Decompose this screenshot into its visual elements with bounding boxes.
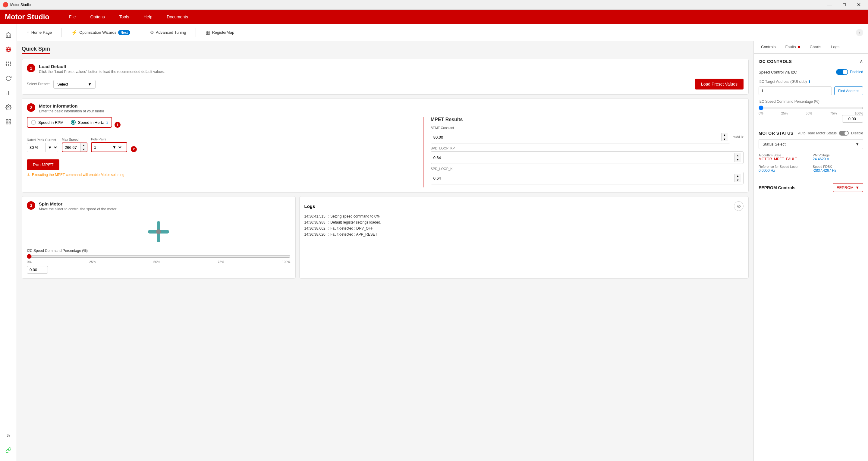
sidebar-item-home[interactable] (2, 29, 14, 41)
sidebar-item-expand[interactable] (2, 430, 14, 442)
menu-help[interactable]: Help (141, 13, 155, 21)
max-speed-up-button[interactable]: ▲ (81, 143, 87, 147)
i2c-percentage-slider[interactable] (758, 105, 863, 110)
motor-info-info: Motor Information Enter the basic inform… (39, 103, 104, 113)
pole-pairs-label: Pole Pairs (91, 137, 127, 141)
rated-peak-current-select[interactable]: ▼ (45, 143, 58, 152)
spd-kp-down-btn[interactable]: ▼ (735, 158, 741, 162)
bemf-constant-value: 80.00 (433, 135, 443, 140)
left-sidebar (0, 24, 17, 461)
tab-bar: ⌂ Home Page ⚡ Optimization Wizards Next … (17, 24, 868, 41)
tab-register-map[interactable]: ▦ RegisterMap (201, 27, 239, 38)
spd-ki-up-btn[interactable]: ▲ (735, 174, 741, 178)
status-grid: Algorithm State MOTOR_MPET_FAULT VM Volt… (758, 153, 863, 173)
spd-ki-down-btn[interactable]: ▼ (735, 178, 741, 182)
motor-info-subtitle: Enter the basic information of your moto… (39, 109, 104, 113)
speed-control-label: Speed Control via I2C (758, 70, 797, 74)
tab-home-page[interactable]: ⌂ Home Page (22, 27, 57, 38)
close-button[interactable]: ✕ (852, 0, 866, 10)
sidebar-item-refresh[interactable] (2, 72, 14, 84)
tab-optimization-wizards[interactable]: ⚡ Optimization Wizards Next (67, 27, 135, 38)
max-speed-down-button[interactable]: ▼ (81, 147, 87, 152)
log-entry-0: 14:36:41.515 | : Setting speed command t… (304, 213, 744, 219)
svg-rect-16 (9, 120, 10, 121)
logs-clear-button[interactable]: ⊘ (734, 201, 744, 211)
mpet-results-panel: MPET Results BEMF Constant 80.00 ▲ ▼ (424, 117, 744, 187)
tab-home-label: Home Page (31, 30, 52, 35)
speed-command-slider[interactable] (27, 254, 290, 259)
spin-motor-header: 3 Spin Motor Move the slider to control … (27, 201, 290, 211)
i2c-address-input[interactable] (758, 87, 832, 95)
max-speed-spinbox[interactable]: ▲ ▼ (81, 143, 87, 152)
right-tab-charts[interactable]: Charts (805, 41, 826, 53)
menu-options[interactable]: Options (88, 13, 107, 21)
run-mpet-button[interactable]: Run MPET (27, 159, 59, 170)
menu-file[interactable]: File (67, 13, 79, 21)
log-entry-3: 14:36:38.620 | : Fault detected : APP_RE… (304, 232, 744, 238)
spd-ki-spinbox[interactable]: ▲ ▼ (735, 174, 741, 182)
radio-speed-rpm[interactable]: Speed in RPM (31, 120, 64, 125)
rated-peak-current-label: Rated Peak Current (27, 138, 58, 142)
pole-pairs-select[interactable]: ▼ (110, 143, 122, 152)
slider-value-row (27, 266, 290, 274)
bemf-constant-input[interactable]: 80.00 ▲ ▼ (431, 131, 730, 144)
preset-select[interactable]: Select ▼ (53, 80, 96, 89)
radio-hertz-circle (71, 120, 76, 125)
find-address-button[interactable]: Find Address (834, 87, 863, 95)
app-title: Motor Studio (5, 13, 57, 21)
radio-rpm-circle (31, 120, 36, 125)
motor-status-section-header: MOTOR STATUS Auto Read Motor Status Disa… (758, 131, 863, 135)
spd-kp-input[interactable]: 0.64 ▲ ▼ (431, 151, 744, 164)
i2c-controls-title: I2C CONTROLS (758, 59, 792, 64)
spd-kp-spinbox[interactable]: ▲ ▼ (735, 153, 741, 162)
bemf-up-btn[interactable]: ▲ (721, 133, 727, 137)
pct-mark-0: 0% (758, 112, 764, 115)
right-tab-faults[interactable]: Faults (780, 41, 805, 53)
load-default-info: Load Default Click the "Load Preset valu… (39, 64, 164, 74)
sidebar-item-chart[interactable] (2, 87, 14, 99)
info-hertz-icon[interactable]: ℹ (106, 120, 108, 124)
sidebar-item-grid[interactable] (2, 116, 14, 128)
sidebar-item-sliders[interactable] (2, 58, 14, 70)
sidebar-item-settings[interactable] (2, 101, 14, 113)
percentage-value-row (758, 115, 863, 123)
maximize-button[interactable]: □ (837, 0, 851, 10)
menu-tools[interactable]: Tools (117, 13, 132, 21)
logs-title: Logs (304, 204, 315, 209)
load-default-card: 1 Load Default Click the "Load Preset va… (22, 59, 749, 95)
rated-peak-current-input[interactable]: 80 % ▼ (27, 143, 58, 152)
sidebar-item-network[interactable] (2, 43, 14, 56)
right-tab-logs[interactable]: Logs (826, 41, 844, 53)
i2c-address-row: Find Address (758, 87, 863, 95)
spin-motor-info: Spin Motor Move the slider to control th… (39, 201, 116, 211)
tab-divider-1 (61, 28, 62, 37)
tab-divider-2 (140, 28, 140, 37)
radio-speed-hertz[interactable]: Speed in Hertz ℹ (71, 120, 108, 125)
eeprom-button[interactable]: EEPROM ▼ (833, 183, 863, 192)
menu-documents[interactable]: Documents (164, 13, 190, 21)
tab-advanced-tuning[interactable]: ⚙ Advanced Tuning (145, 27, 191, 38)
status-select-dropdown[interactable]: Status Select ▼ (758, 139, 863, 149)
spd-loop-kp-field: SPD_LOOP_KP 0.64 ▲ ▼ (431, 147, 744, 164)
spd-ki-input[interactable]: 0.64 ▲ ▼ (431, 172, 744, 184)
sidebar-item-link[interactable] (2, 444, 14, 456)
tab-advanced-tuning-label: Advanced Tuning (156, 30, 186, 35)
register-map-tab-icon: ▦ (206, 30, 210, 35)
collapse-tab-panel-button[interactable]: › (856, 29, 863, 36)
right-tab-controls[interactable]: Controls (756, 41, 780, 53)
load-preset-values-button[interactable]: Load Preset Values (695, 79, 744, 90)
i2c-controls-collapse-button[interactable]: ∧ (860, 58, 863, 64)
minimize-button[interactable]: — (823, 0, 837, 10)
speed-command-slider-section: I2C Speed Command Percentage (%) 0% 25% … (27, 249, 290, 274)
spd-kp-up-btn[interactable]: ▲ (735, 153, 741, 158)
preset-select-value: Select (57, 82, 68, 87)
bemf-down-btn[interactable]: ▼ (721, 137, 727, 141)
speed-command-value-input[interactable] (27, 266, 48, 274)
warning-text: ⚠ Executing the MPET command will enable… (27, 173, 418, 177)
auto-read-toggle[interactable] (839, 131, 849, 135)
i2c-percentage-value-input[interactable] (842, 115, 863, 123)
bemf-spinbox[interactable]: ▲ ▼ (721, 133, 727, 141)
speed-control-toggle[interactable] (836, 69, 848, 75)
i2c-address-info-row: I2C Target Address (GUI side) ℹ (758, 79, 863, 84)
i2c-address-info-icon[interactable]: ℹ (809, 79, 810, 84)
